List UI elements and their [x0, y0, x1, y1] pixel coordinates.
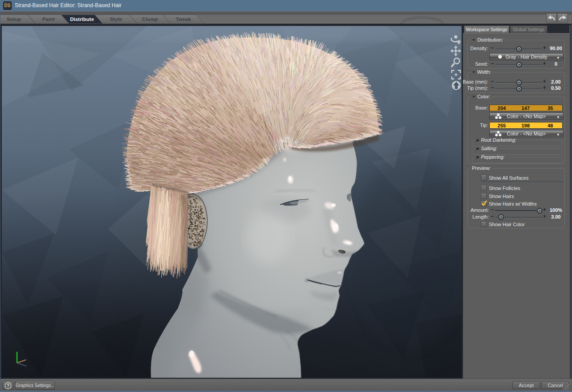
- svg-text:?: ?: [7, 384, 9, 388]
- svg-text:Clump: Clump: [142, 17, 158, 22]
- svg-text:Distribute: Distribute: [70, 17, 94, 22]
- svg-text:Paint: Paint: [42, 17, 55, 22]
- svg-text:Setup: Setup: [7, 17, 21, 22]
- svg-text:Tweak: Tweak: [176, 17, 191, 22]
- svg-text:Style: Style: [110, 17, 122, 22]
